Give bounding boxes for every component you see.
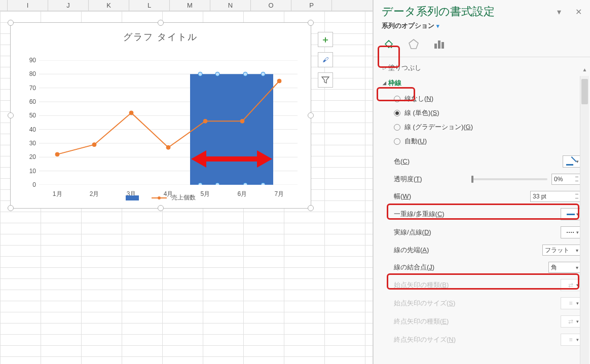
chevron-down-icon: ▾ [576,337,579,342]
end-arrow-size-picker: ≡▾ [561,334,581,346]
transparency-slider[interactable] [471,178,547,180]
tab-fill-line[interactable] [381,36,396,52]
pane-scrollbar[interactable]: ▲ [580,76,589,364]
col-header[interactable]: N [210,0,251,11]
collapse-icon: ◢ [383,80,386,86]
slider-thumb[interactable] [471,176,473,183]
label-color: 色(C) [383,157,410,166]
y-tick: 10 [21,168,36,175]
chart-elements-button[interactable]: ＋ [318,32,333,47]
format-pane: データ系列の書式設定 ▾ ✕ 系列のオプション▾ ▷塗りつぶし ◢枠線 [373,0,590,364]
selection-marker[interactable] [215,183,219,185]
y-tick: 50 [21,112,36,119]
y-tick: 80 [21,70,36,77]
resize-handle[interactable] [8,205,14,211]
radio-icon [394,96,400,102]
selection-marker[interactable] [198,183,202,185]
chevron-down-icon: ▾ [576,282,579,288]
pane-body: ▷塗りつぶし ◢枠線 線なし(N) 線 (単色)(S) 線 (グラデーション)(… [374,60,590,364]
chevron-down-icon: ▾ [576,159,579,164]
radio-auto[interactable]: 自動(U) [394,134,581,148]
legend-swatch-line [152,197,167,198]
svg-rect-13 [434,44,437,49]
tab-effects[interactable] [406,36,421,52]
y-tick: 30 [21,140,36,147]
close-icon[interactable]: ✕ [575,7,582,17]
tab-series-options[interactable] [431,36,447,52]
resize-handle[interactable] [158,205,164,211]
line-icon [567,214,575,215]
label-dash: 実線/点線(D) [383,228,431,237]
selection-marker[interactable] [215,72,219,76]
selection-marker[interactable] [261,183,265,185]
radio-solid-line[interactable]: 線 (単色)(S) [394,106,581,120]
pane-title: データ系列の書式設定 [382,4,495,19]
selection-marker[interactable] [243,183,247,185]
dash-type-picker[interactable]: ▾ [561,226,581,238]
chart-title[interactable]: グラフ タイトル [11,31,311,43]
label-join: 線の結合点(J) [383,263,434,272]
begin-arrow-type-picker: ⇄▾ [561,279,581,291]
chevron-down-icon: ▾ [576,319,579,324]
color-bar [566,164,573,166]
line-marker[interactable] [92,143,96,147]
col-header[interactable]: P [291,0,332,11]
chart-styles-button[interactable]: 🖌 [318,52,333,67]
svg-rect-14 [438,41,440,49]
selection-marker[interactable] [261,72,265,76]
col-header[interactable]: J [48,0,89,11]
bar-series[interactable] [190,74,273,185]
line-marker[interactable] [203,119,207,123]
radio-no-line[interactable]: 線なし(N) [394,92,581,106]
col-header[interactable]: O [251,0,291,11]
resize-handle[interactable] [308,112,314,118]
pane-options-dropdown[interactable]: ▾ [557,7,561,17]
section-border[interactable]: ◢枠線 [383,75,581,91]
label-begin-arrow-type: 始点矢印の種類(B) [383,280,449,290]
radio-icon [394,138,400,145]
series-options-dropdown[interactable]: 系列のオプション▾ [382,22,439,29]
col-header[interactable]: M [170,0,210,11]
paint-bucket-icon [382,38,394,50]
radio-icon [394,124,400,131]
chart-legend[interactable]: 売上個数 [11,193,311,202]
join-type-combo[interactable]: 角 [548,262,581,273]
selection-marker[interactable] [198,72,202,76]
resize-handle[interactable] [308,20,314,26]
line-marker[interactable] [129,111,133,115]
chart-filters-button[interactable] [318,72,333,88]
line-marker[interactable] [55,152,59,156]
pentagon-icon [408,38,419,50]
bar-chart-icon [433,38,445,50]
col-header[interactable]: K [89,0,129,11]
y-tick: 40 [21,126,36,133]
col-header[interactable]: I [8,0,48,11]
cap-type-combo[interactable]: フラット [542,245,581,256]
line-marker[interactable] [166,145,170,149]
resize-handle[interactable] [8,20,14,26]
section-fill[interactable]: ▷塗りつぶし [383,60,581,75]
radio-icon [394,110,400,116]
scrollbar-thumb[interactable] [581,79,588,104]
funnel-icon [321,76,329,84]
brush-icon: 🖌 [322,56,328,63]
scroll-up-icon[interactable]: ▲ [580,67,589,76]
end-arrow-type-picker: ⇄▾ [561,315,581,328]
radio-gradient-line[interactable]: 線 (グラデーション)(G) [394,120,581,134]
section-label: 枠線 [388,78,401,88]
width-input[interactable]: 33 pt [530,191,581,202]
y-axis: 0 10 20 30 40 50 60 70 80 90 [21,60,36,185]
plot-area[interactable] [39,60,298,185]
transparency-input[interactable]: 0% [551,174,581,185]
chart-object[interactable]: グラフ タイトル 0 10 20 30 40 50 60 70 80 90 [10,22,311,209]
line-marker[interactable] [240,119,244,123]
selection-marker[interactable] [243,72,247,76]
line-marker[interactable] [277,79,281,83]
resize-handle[interactable] [8,112,14,118]
color-picker[interactable]: ▾ [563,155,581,168]
compound-type-picker[interactable]: ▾ [561,208,581,220]
resize-handle[interactable] [308,205,314,211]
resize-handle[interactable] [158,20,164,26]
legend-swatch-bar [126,195,139,200]
col-header[interactable]: L [129,0,170,11]
